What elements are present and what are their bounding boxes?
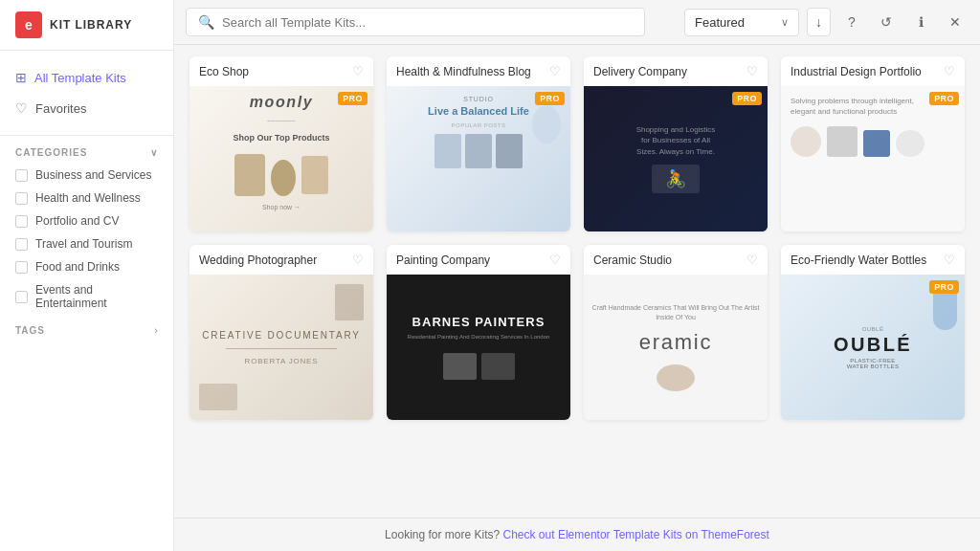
themeforest-link[interactable]: Check out Elementor Template Kits on The… [503, 528, 769, 541]
app-title: KIT LIBRARY [50, 18, 132, 32]
info-icon: ℹ [919, 14, 924, 30]
chevron-right-icon: › [154, 324, 158, 336]
sidebar-category-travel[interactable]: Travel and Tourism [0, 232, 173, 255]
sidebar: e KIT LIBRARY ⊞ All Template Kits ♡ Favo… [0, 0, 174, 551]
kit-card-header-health-blog: Health & Mindfulness Blog ♡ [387, 56, 570, 86]
footer-text: Looking for more Kits? [385, 528, 500, 541]
chevron-down-icon: ∨ [781, 16, 789, 29]
sidebar-item-all-kits[interactable]: ⊞ All Template Kits [0, 62, 173, 93]
favorite-icon-delivery[interactable]: ♡ [746, 64, 758, 78]
favorite-icon-wedding[interactable]: ♡ [352, 253, 364, 267]
kit-card-title-ceramic: Ceramic Studio [593, 253, 672, 267]
kit-card-painting[interactable]: Painting Company ♡ BARNES PAINTERS Resid… [387, 245, 570, 420]
kit-card-thumb-eco-water: oublé OUBLÉ PLASTIC-FREEWATER BOTTLES PR… [781, 275, 965, 420]
kit-card-title-health-blog: Health & Mindfulness Blog [396, 65, 531, 78]
sidebar-category-portfolio[interactable]: Portfolio and CV [0, 209, 173, 232]
help-icon: ? [848, 14, 856, 30]
category-label-travel: Travel and Tourism [35, 237, 132, 251]
kit-card-thumb-health-blog: studio Live a Balanced Life POPULAR POST… [387, 86, 570, 231]
kit-card-header-delivery: Delivery Company ♡ [584, 56, 768, 86]
pro-badge-industrial: PRO [929, 92, 959, 105]
back-button[interactable]: ↺ [873, 9, 900, 35]
kit-card-thumb-delivery: Shopping and Logisticsfor Businesses of … [584, 86, 768, 231]
kit-card-header-ceramic: Ceramic Studio ♡ [584, 245, 768, 275]
featured-label: Featured [695, 15, 775, 30]
category-label-business: Business and Services [35, 168, 151, 182]
kit-card-thumb-ceramic: Craft Handmade Ceramics That Will Bring … [584, 275, 768, 420]
kit-card-header-wedding: Wedding Photographer ♡ [189, 245, 373, 275]
kit-card-header-painting: Painting Company ♡ [387, 245, 570, 275]
kit-card-delivery[interactable]: Delivery Company ♡ Shopping and Logistic… [584, 56, 768, 231]
heart-icon: ♡ [15, 100, 28, 116]
search-bar[interactable]: 🔍 [186, 8, 645, 36]
sidebar-header: e KIT LIBRARY [0, 0, 173, 51]
help-button[interactable]: ? [838, 9, 865, 35]
kit-card-thumb-eco-shop: moonly ––––––– Shop Our Top Products Sho… [189, 86, 373, 231]
category-label-portfolio: Portfolio and CV [35, 214, 119, 228]
kit-card-title-wedding: Wedding Photographer [199, 253, 317, 267]
category-label-health: Health and Wellness [35, 191, 141, 205]
kit-card-ceramic[interactable]: Ceramic Studio ♡ Craft Handmade Ceramics… [584, 245, 768, 420]
category-label-food: Food and Drinks [35, 260, 120, 274]
kit-grid: Eco Shop ♡ moonly ––––––– Shop Our Top P… [174, 45, 980, 518]
kit-card-title-eco-water: Eco-Friendly Water Bottles [791, 253, 926, 267]
pro-badge-eco-water: PRO [929, 280, 959, 294]
categories-section: CATEGORIES ∨ Business and ServicesHealth… [0, 136, 173, 315]
kit-card-header-industrial: Industrial Design Portfolio ♡ [781, 56, 965, 86]
info-button[interactable]: ℹ [907, 9, 934, 35]
favorite-icon-painting[interactable]: ♡ [549, 253, 561, 267]
sidebar-category-events[interactable]: Events and Entertainment [0, 278, 173, 315]
kit-card-title-painting: Painting Company [396, 253, 490, 267]
pro-badge-health-blog: PRO [535, 92, 565, 105]
category-list: Business and ServicesHealth and Wellness… [0, 164, 173, 315]
chevron-down-icon: ∨ [150, 147, 158, 158]
favorite-icon-ceramic[interactable]: ♡ [746, 253, 758, 267]
search-icon: 🔍 [198, 14, 214, 30]
sidebar-item-favorites[interactable]: ♡ Favorites [0, 93, 173, 123]
sidebar-category-business[interactable]: Business and Services [0, 164, 173, 187]
featured-sort-select[interactable]: Featured ∨ [684, 9, 799, 36]
logo-icon: e [15, 11, 42, 38]
back-icon: ↺ [880, 14, 892, 30]
sidebar-item-favorites-label: Favorites [35, 101, 86, 116]
sidebar-nav: ⊞ All Template Kits ♡ Favorites [0, 51, 173, 136]
sidebar-item-all-kits-label: All Template Kits [34, 71, 126, 85]
kit-card-wedding[interactable]: Wedding Photographer ♡ CREATIVE DOCUMENT… [189, 245, 373, 420]
main-content: 🔍 Featured ∨ ↓ ? ↺ ℹ ✕ Eco Shop ♡ [174, 0, 980, 551]
favorite-icon-health-blog[interactable]: ♡ [549, 64, 561, 78]
kit-card-eco-water[interactable]: Eco-Friendly Water Bottles ♡ oublé OUBLÉ… [781, 245, 965, 420]
close-button[interactable]: ✕ [942, 9, 969, 35]
grid-icon: ⊞ [15, 70, 27, 85]
kit-card-eco-shop[interactable]: Eco Shop ♡ moonly ––––––– Shop Our Top P… [189, 56, 373, 231]
categories-title[interactable]: CATEGORIES ∨ [0, 136, 173, 164]
kit-card-header-eco-water: Eco-Friendly Water Bottles ♡ [781, 245, 965, 275]
category-checkbox-portfolio[interactable] [15, 215, 28, 228]
category-checkbox-events[interactable] [15, 291, 28, 303]
kit-card-thumb-painting: BARNES PAINTERS Residential Painting And… [387, 275, 570, 420]
footer-bar: Looking for more Kits? Check out Element… [174, 518, 980, 551]
kit-card-title-industrial: Industrial Design Portfolio [791, 65, 922, 78]
category-checkbox-travel[interactable] [15, 238, 28, 251]
kit-card-title-eco-shop: Eco Shop [199, 65, 249, 78]
kit-card-thumb-industrial: Solving problems through intelligent,ele… [781, 86, 965, 231]
pro-badge-delivery: PRO [732, 92, 762, 105]
category-checkbox-health[interactable] [15, 192, 28, 205]
sort-direction-icon: ↓ [815, 14, 822, 30]
sort-button[interactable]: ↓ [807, 8, 831, 36]
category-label-events: Events and Entertainment [35, 283, 158, 310]
tags-section[interactable]: TAGS › [0, 315, 173, 345]
close-icon: ✕ [949, 14, 961, 30]
search-input[interactable] [222, 15, 633, 30]
pro-badge-eco-shop: PRO [338, 92, 368, 105]
category-checkbox-business[interactable] [15, 169, 28, 182]
kit-card-header-eco-shop: Eco Shop ♡ [189, 56, 373, 86]
category-checkbox-food[interactable] [15, 261, 28, 274]
sidebar-category-food[interactable]: Food and Drinks [0, 255, 173, 278]
kit-card-health-blog[interactable]: Health & Mindfulness Blog ♡ studio Live … [387, 56, 570, 231]
kit-card-title-delivery: Delivery Company [593, 65, 687, 78]
sidebar-category-health[interactable]: Health and Wellness [0, 187, 173, 209]
favorite-icon-eco-water[interactable]: ♡ [944, 253, 955, 267]
favorite-icon-eco-shop[interactable]: ♡ [352, 64, 364, 78]
kit-card-industrial[interactable]: Industrial Design Portfolio ♡ Solving pr… [781, 56, 965, 231]
favorite-icon-industrial[interactable]: ♡ [944, 64, 955, 78]
